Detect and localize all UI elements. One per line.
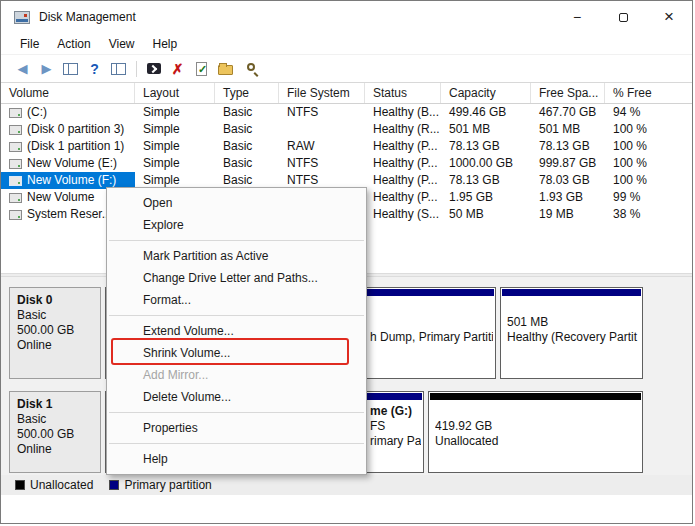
unallocated-swatch-icon <box>15 480 25 490</box>
disk-0-header[interactable]: Disk 0 Basic 500.00 GB Online <box>9 287 101 379</box>
volume-type-cell: Basic <box>215 138 279 155</box>
column-header-type[interactable]: Type <box>215 83 279 103</box>
disk-size: 500.00 GB <box>17 427 93 442</box>
column-header-free-space[interactable]: Free Spa... <box>531 83 605 103</box>
volume-list-header: Volume Layout Type File System Status Ca… <box>1 83 692 104</box>
primary-partition-strip <box>502 289 641 296</box>
menu-item-format[interactable]: Format... <box>107 289 366 311</box>
delete-volume-button[interactable]: ✗ <box>166 57 189 80</box>
menu-item-help[interactable]: Help <box>107 448 366 470</box>
volume-fs-cell: RAW <box>279 138 365 155</box>
column-header-volume[interactable]: Volume <box>1 83 135 103</box>
app-icon <box>14 11 30 24</box>
forward-button[interactable]: ▶ <box>35 57 58 80</box>
menu-item-extend-volume[interactable]: Extend Volume... <box>107 320 366 342</box>
menu-separator <box>109 240 364 241</box>
open-button[interactable] <box>214 57 237 80</box>
volume-status-cell: Healthy (P... <box>365 172 441 189</box>
menu-item-properties[interactable]: Properties <box>107 417 366 439</box>
menu-item-open[interactable]: Open <box>107 192 366 214</box>
legend-label: Primary partition <box>124 478 211 492</box>
toolbar-separator <box>136 61 137 77</box>
volume-pct-cell: 99 % <box>605 189 692 206</box>
column-header-file-system[interactable]: File System <box>279 83 365 103</box>
context-menu: OpenExploreMark Partition as ActiveChang… <box>106 187 367 475</box>
menu-item-explore[interactable]: Explore <box>107 214 366 236</box>
volume-free-cell: 78.13 GB <box>531 138 605 155</box>
partition-label: 419.92 GB Unallocated <box>435 404 640 470</box>
menu-item-mark-partition-as-active[interactable]: Mark Partition as Active <box>107 245 366 267</box>
volume-pct-cell: 100 % <box>605 121 692 138</box>
mark-active-button[interactable]: ✓ <box>190 57 213 80</box>
volume-row[interactable]: (Disk 0 partition 3)SimpleBasicHealthy (… <box>1 121 692 138</box>
search-icon <box>247 63 255 71</box>
partition[interactable]: 501 MB Healthy (Recovery Partit <box>500 287 643 379</box>
menu-bar: File Action View Help <box>1 33 692 55</box>
column-header-capacity[interactable]: Capacity <box>441 83 531 103</box>
explore-button[interactable] <box>238 57 261 80</box>
volume-pct-cell: 100 % <box>605 138 692 155</box>
volume-capacity-cell: 499.46 GB <box>441 104 531 121</box>
volume-layout-cell: Simple <box>135 104 215 121</box>
volume-name-cell: (C:) <box>1 104 135 121</box>
volume-pct-cell: 38 % <box>605 206 692 223</box>
volume-name-cell: (Disk 0 partition 3) <box>1 121 135 138</box>
drive-icon <box>9 210 22 220</box>
volume-free-cell: 467.70 GB <box>531 104 605 121</box>
volume-status-cell: Healthy (P... <box>365 138 441 155</box>
volume-free-cell: 501 MB <box>531 121 605 138</box>
close-button[interactable]: × <box>646 1 692 33</box>
volume-free-cell: 999.87 GB <box>531 155 605 172</box>
maximize-button[interactable] <box>600 1 646 33</box>
console-icon <box>147 63 161 74</box>
title-bar: Disk Management − × <box>1 1 692 33</box>
back-button[interactable]: ◀ <box>11 57 34 80</box>
folder-icon <box>218 65 233 75</box>
column-header-pct-free[interactable]: % Free <box>605 83 692 103</box>
drive-icon <box>9 159 22 169</box>
menu-item-change-drive-letter-and-paths[interactable]: Change Drive Letter and Paths... <box>107 267 366 289</box>
menu-file[interactable]: File <box>11 33 48 55</box>
help-button[interactable]: ? <box>83 57 106 80</box>
unallocated-strip <box>430 393 641 400</box>
volume-status-cell: Healthy (R... <box>365 121 441 138</box>
volume-capacity-cell: 1.95 GB <box>441 189 531 206</box>
volume-row[interactable]: (C:)SimpleBasicNTFSHealthy (B...499.46 G… <box>1 104 692 121</box>
legend-primary-partition: Primary partition <box>109 478 211 492</box>
action-menu-button[interactable] <box>142 57 165 80</box>
volume-status-cell: Healthy (P... <box>365 189 441 206</box>
disk-1-header[interactable]: Disk 1 Basic 500.00 GB Online <box>9 391 101 473</box>
column-header-status[interactable]: Status <box>365 83 441 103</box>
help-icon: ? <box>90 62 99 76</box>
delete-icon: ✗ <box>172 62 184 76</box>
panes-icon <box>63 63 78 75</box>
minimize-button[interactable]: − <box>554 1 600 33</box>
disk-status: Online <box>17 338 93 353</box>
menu-action[interactable]: Action <box>48 33 99 55</box>
toolbar: ◀ ▶ ? ✗ ✓ <box>1 55 692 83</box>
menu-item-shrink-volume[interactable]: Shrink Volume... <box>107 342 366 364</box>
volume-type-cell: Basic <box>215 121 279 138</box>
volume-row[interactable]: (Disk 1 partition 1)SimpleBasicRAWHealth… <box>1 138 692 155</box>
volume-free-cell: 78.03 GB <box>531 172 605 189</box>
show-action-pane-button[interactable] <box>107 57 130 80</box>
disk-status: Online <box>17 442 93 457</box>
column-header-layout[interactable]: Layout <box>135 83 215 103</box>
volume-capacity-cell: 1000.00 GB <box>441 155 531 172</box>
show-console-tree-button[interactable] <box>59 57 82 80</box>
volume-row[interactable]: New Volume (E:)SimpleBasicNTFSHealthy (P… <box>1 155 692 172</box>
volume-layout-cell: Simple <box>135 121 215 138</box>
menu-separator <box>109 315 364 316</box>
panes-icon <box>111 63 126 75</box>
maximize-icon <box>619 13 628 22</box>
menu-help[interactable]: Help <box>144 33 187 55</box>
menu-item-delete-volume[interactable]: Delete Volume... <box>107 386 366 408</box>
menu-view[interactable]: View <box>100 33 144 55</box>
volume-pct-cell: 100 % <box>605 172 692 189</box>
window-controls: − × <box>554 1 692 33</box>
volume-pct-cell: 94 % <box>605 104 692 121</box>
volume-fs-cell: NTFS <box>279 104 365 121</box>
volume-capacity-cell: 501 MB <box>441 121 531 138</box>
drive-icon <box>9 193 22 203</box>
partition-unallocated[interactable]: 419.92 GB Unallocated <box>428 391 643 473</box>
